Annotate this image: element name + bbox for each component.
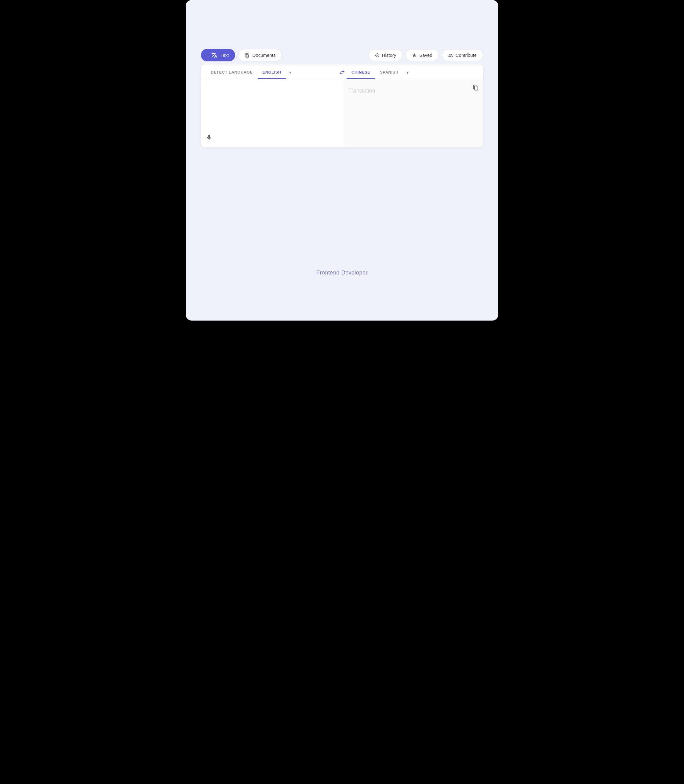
top-bar: ¡ Text Documents History	[201, 49, 483, 61]
source-chevron-icon: ▾	[289, 70, 291, 75]
documents-tab-button[interactable]: Documents	[238, 49, 282, 61]
left-tabs: ¡ Text Documents	[201, 49, 282, 61]
translation-output: Translation	[348, 88, 477, 94]
copy-icon	[473, 85, 479, 91]
saved-button[interactable]: Saved	[405, 49, 439, 61]
footer-text: Frontend Developer	[316, 269, 368, 276]
source-text-input[interactable]	[207, 86, 336, 129]
app-wrapper: ¡ Text Documents History	[186, 0, 498, 321]
target-language-options: CHINESE SPANISH ▾	[337, 66, 478, 79]
source-text-panel	[201, 80, 342, 147]
language-bar: DETECT LANGUAGE ENGLISH ▾ CHINESE SPANIS…	[201, 65, 483, 80]
detect-language-option[interactable]: DETECT LANGUAGE	[206, 66, 258, 79]
spanish-language-option[interactable]: SPANISH	[375, 66, 403, 79]
text-tab-button[interactable]: ¡ Text	[201, 49, 235, 61]
translation-card: DETECT LANGUAGE ENGLISH ▾ CHINESE SPANIS…	[201, 65, 483, 147]
star-icon	[412, 53, 417, 58]
contribute-button-label: Contribute	[456, 53, 477, 58]
source-language-options: DETECT LANGUAGE ENGLISH ▾	[206, 66, 337, 79]
translated-text-panel: Translation	[342, 80, 483, 147]
history-button-label: History	[382, 53, 396, 58]
history-button[interactable]: History	[368, 49, 403, 61]
english-language-option[interactable]: ENGLISH	[258, 66, 286, 79]
contribute-button[interactable]: Contribute	[442, 49, 483, 61]
translate-icon: ¡	[207, 52, 209, 58]
right-tabs: History Saved Contribute	[368, 49, 483, 61]
people-icon	[448, 53, 453, 58]
swap-icon	[339, 69, 345, 76]
clock-icon	[375, 53, 379, 58]
footer: Frontend Developer	[201, 269, 483, 276]
target-language-dropdown[interactable]: ▾	[403, 66, 411, 79]
copy-translation-button[interactable]	[473, 85, 479, 92]
swap-languages-button[interactable]	[337, 68, 347, 77]
saved-button-label: Saved	[419, 53, 432, 58]
microphone-button[interactable]	[206, 134, 213, 143]
chinese-language-option[interactable]: CHINESE	[347, 66, 375, 79]
translate-svg-icon	[211, 52, 218, 58]
mic-icon	[206, 134, 213, 141]
document-icon	[245, 53, 250, 58]
text-tab-label: Text	[221, 53, 229, 58]
source-language-dropdown[interactable]: ▾	[286, 66, 294, 79]
translation-panels: Translation	[201, 80, 483, 147]
target-chevron-icon: ▾	[407, 70, 408, 75]
documents-tab-label: Documents	[253, 53, 276, 58]
